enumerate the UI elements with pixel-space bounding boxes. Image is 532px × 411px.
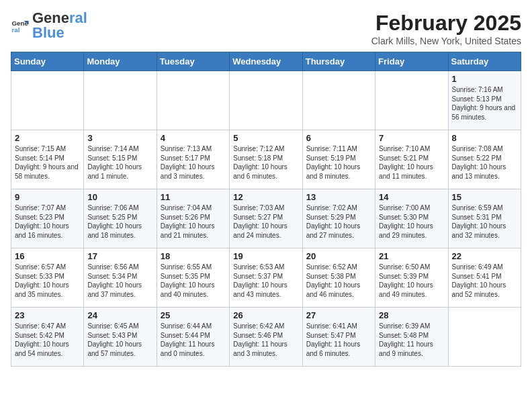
day-info: Sunrise: 6:49 AM Sunset: 5:41 PM Dayligh… [452, 263, 517, 299]
day-number: 28 [379, 310, 444, 320]
page-header: Gene ral GeneralBlue February 2025 Clark… [11, 11, 521, 46]
day-number: 9 [15, 192, 80, 202]
calendar-cell: 27Sunrise: 6:41 AM Sunset: 5:47 PM Dayli… [302, 308, 375, 367]
day-number: 8 [452, 133, 517, 143]
day-info: Sunrise: 7:14 AM Sunset: 5:15 PM Dayligh… [87, 144, 152, 181]
day-info: Sunrise: 6:53 AM Sunset: 5:37 PM Dayligh… [233, 263, 298, 299]
day-info: Sunrise: 6:50 AM Sunset: 5:39 PM Dayligh… [379, 263, 444, 299]
day-number: 11 [161, 192, 226, 202]
day-info: Sunrise: 6:45 AM Sunset: 5:43 PM Dayligh… [87, 322, 152, 358]
day-info: Sunrise: 7:10 AM Sunset: 5:21 PM Dayligh… [379, 144, 444, 181]
calendar-cell: 2Sunrise: 7:15 AM Sunset: 5:14 PM Daylig… [11, 130, 84, 189]
day-number: 17 [87, 251, 152, 261]
calendar-cell: 6Sunrise: 7:11 AM Sunset: 5:19 PM Daylig… [302, 130, 375, 189]
day-info: Sunrise: 7:07 AM Sunset: 5:23 PM Dayligh… [15, 203, 80, 240]
weekday-header-sunday: Sunday [11, 52, 84, 71]
calendar-cell: 17Sunrise: 6:56 AM Sunset: 5:34 PM Dayli… [84, 248, 157, 308]
day-number: 3 [87, 133, 152, 143]
day-number: 14 [379, 192, 444, 202]
day-number: 25 [161, 310, 226, 320]
day-number: 15 [452, 192, 517, 202]
day-number: 24 [87, 310, 152, 320]
calendar-cell: 7Sunrise: 7:10 AM Sunset: 5:21 PM Daylig… [375, 130, 448, 189]
week-row-5: 23Sunrise: 6:47 AM Sunset: 5:42 PM Dayli… [11, 308, 521, 367]
title-block: February 2025 Clark Mills, New York, Uni… [371, 11, 521, 46]
month-title: February 2025 [371, 11, 521, 36]
calendar-cell: 13Sunrise: 7:02 AM Sunset: 5:29 PM Dayli… [302, 189, 375, 248]
day-number: 6 [306, 133, 371, 143]
day-info: Sunrise: 7:00 AM Sunset: 5:30 PM Dayligh… [379, 203, 444, 240]
day-info: Sunrise: 7:16 AM Sunset: 5:13 PM Dayligh… [452, 85, 517, 122]
calendar-cell: 1Sunrise: 7:16 AM Sunset: 5:13 PM Daylig… [448, 71, 521, 130]
day-number: 16 [15, 251, 80, 261]
day-info: Sunrise: 7:11 AM Sunset: 5:19 PM Dayligh… [306, 144, 371, 181]
day-number: 27 [306, 310, 371, 320]
weekday-header-row: SundayMondayTuesdayWednesdayThursdayFrid… [11, 52, 521, 71]
week-row-4: 16Sunrise: 6:57 AM Sunset: 5:33 PM Dayli… [11, 248, 521, 308]
day-info: Sunrise: 7:04 AM Sunset: 5:26 PM Dayligh… [161, 203, 226, 240]
day-number: 20 [306, 251, 371, 261]
calendar-cell: 19Sunrise: 6:53 AM Sunset: 5:37 PM Dayli… [230, 248, 302, 308]
day-info: Sunrise: 7:02 AM Sunset: 5:29 PM Dayligh… [306, 203, 371, 240]
day-info: Sunrise: 7:13 AM Sunset: 5:17 PM Dayligh… [161, 144, 226, 181]
calendar-cell: 24Sunrise: 6:45 AM Sunset: 5:43 PM Dayli… [84, 308, 157, 367]
location-text: Clark Mills, New York, United States [371, 36, 521, 46]
day-info: Sunrise: 6:44 AM Sunset: 5:44 PM Dayligh… [161, 322, 226, 358]
week-row-2: 2Sunrise: 7:15 AM Sunset: 5:14 PM Daylig… [11, 130, 521, 189]
calendar-cell: 28Sunrise: 6:39 AM Sunset: 5:48 PM Dayli… [375, 308, 448, 367]
day-info: Sunrise: 6:59 AM Sunset: 5:31 PM Dayligh… [452, 203, 517, 240]
day-info: Sunrise: 6:57 AM Sunset: 5:33 PM Dayligh… [15, 263, 80, 299]
day-info: Sunrise: 6:56 AM Sunset: 5:34 PM Dayligh… [87, 263, 152, 299]
day-info: Sunrise: 6:52 AM Sunset: 5:38 PM Dayligh… [306, 263, 371, 299]
day-number: 4 [161, 133, 226, 143]
weekday-header-thursday: Thursday [302, 52, 375, 71]
calendar-cell [84, 71, 157, 130]
calendar-cell: 10Sunrise: 7:06 AM Sunset: 5:25 PM Dayli… [84, 189, 157, 248]
calendar-cell [375, 71, 448, 130]
day-number: 12 [233, 192, 298, 202]
calendar-cell: 21Sunrise: 6:50 AM Sunset: 5:39 PM Dayli… [375, 248, 448, 308]
logo-text: GeneralBlue [32, 11, 87, 40]
day-info: Sunrise: 7:03 AM Sunset: 5:27 PM Dayligh… [233, 203, 298, 240]
calendar-cell: 25Sunrise: 6:44 AM Sunset: 5:44 PM Dayli… [157, 308, 229, 367]
day-info: Sunrise: 7:08 AM Sunset: 5:22 PM Dayligh… [452, 144, 517, 181]
day-info: Sunrise: 7:12 AM Sunset: 5:18 PM Dayligh… [233, 144, 298, 181]
calendar-cell [302, 71, 375, 130]
calendar-cell: 18Sunrise: 6:55 AM Sunset: 5:35 PM Dayli… [157, 248, 229, 308]
day-number: 23 [15, 310, 80, 320]
day-info: Sunrise: 6:55 AM Sunset: 5:35 PM Dayligh… [161, 263, 226, 299]
day-number: 22 [452, 251, 517, 261]
weekday-header-saturday: Saturday [448, 52, 521, 71]
calendar-cell: 16Sunrise: 6:57 AM Sunset: 5:33 PM Dayli… [11, 248, 84, 308]
calendar-cell: 14Sunrise: 7:00 AM Sunset: 5:30 PM Dayli… [375, 189, 448, 248]
day-number: 21 [379, 251, 444, 261]
calendar-cell [448, 308, 521, 367]
calendar-cell: 15Sunrise: 6:59 AM Sunset: 5:31 PM Dayli… [448, 189, 521, 248]
day-info: Sunrise: 6:39 AM Sunset: 5:48 PM Dayligh… [379, 322, 444, 358]
day-info: Sunrise: 6:47 AM Sunset: 5:42 PM Dayligh… [15, 322, 80, 358]
day-number: 7 [379, 133, 444, 143]
calendar-table: SundayMondayTuesdayWednesdayThursdayFrid… [11, 52, 521, 367]
week-row-1: 1Sunrise: 7:16 AM Sunset: 5:13 PM Daylig… [11, 71, 521, 130]
day-number: 13 [306, 192, 371, 202]
day-number: 5 [233, 133, 298, 143]
day-number: 2 [15, 133, 80, 143]
calendar-cell: 9Sunrise: 7:07 AM Sunset: 5:23 PM Daylig… [11, 189, 84, 248]
day-info: Sunrise: 7:15 AM Sunset: 5:14 PM Dayligh… [15, 144, 80, 181]
calendar-cell: 5Sunrise: 7:12 AM Sunset: 5:18 PM Daylig… [230, 130, 302, 189]
logo: Gene ral GeneralBlue [11, 11, 87, 40]
logo-icon: Gene ral [11, 16, 30, 35]
calendar-cell: 3Sunrise: 7:14 AM Sunset: 5:15 PM Daylig… [84, 130, 157, 189]
day-number: 18 [161, 251, 226, 261]
calendar-cell: 20Sunrise: 6:52 AM Sunset: 5:38 PM Dayli… [302, 248, 375, 308]
day-info: Sunrise: 6:41 AM Sunset: 5:47 PM Dayligh… [306, 322, 371, 358]
day-info: Sunrise: 7:06 AM Sunset: 5:25 PM Dayligh… [87, 203, 152, 240]
weekday-header-monday: Monday [84, 52, 157, 71]
calendar-cell: 23Sunrise: 6:47 AM Sunset: 5:42 PM Dayli… [11, 308, 84, 367]
calendar-cell [11, 71, 84, 130]
calendar-cell [230, 71, 302, 130]
calendar-cell: 4Sunrise: 7:13 AM Sunset: 5:17 PM Daylig… [157, 130, 229, 189]
calendar-cell: 8Sunrise: 7:08 AM Sunset: 5:22 PM Daylig… [448, 130, 521, 189]
calendar-cell: 22Sunrise: 6:49 AM Sunset: 5:41 PM Dayli… [448, 248, 521, 308]
weekday-header-wednesday: Wednesday [230, 52, 302, 71]
